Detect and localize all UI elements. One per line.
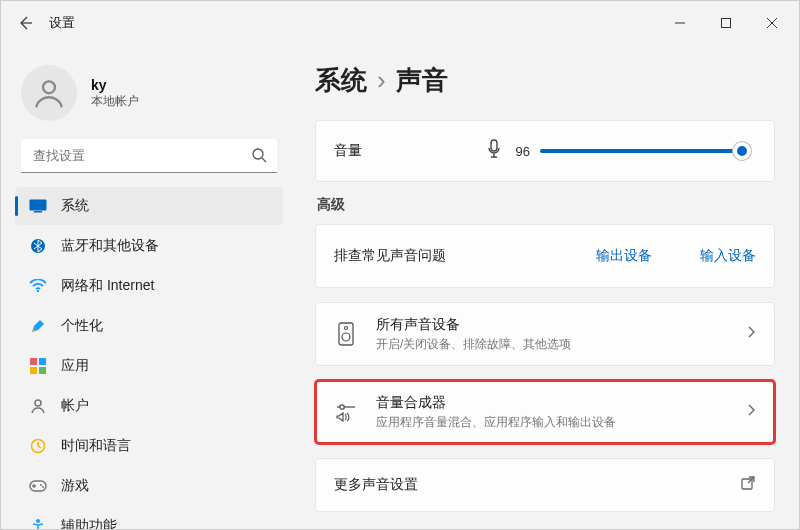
volume-slider[interactable] xyxy=(540,149,750,153)
svg-rect-8 xyxy=(34,211,42,213)
content-area: 系统 › 声音 音量 96 高级 排查常见声音问题 输出设备 输入设备 xyxy=(291,45,799,529)
open-external-icon xyxy=(740,475,756,495)
volume-value: 96 xyxy=(516,144,530,159)
search-container xyxy=(21,139,277,173)
speaker-icon xyxy=(334,322,358,346)
microphone-icon[interactable] xyxy=(486,139,502,163)
sidebar-item-label: 帐户 xyxy=(61,397,89,415)
all-devices-sub: 开启/关闭设备、排除故障、其他选项 xyxy=(376,336,571,353)
system-icon xyxy=(29,197,47,215)
mixer-title: 音量合成器 xyxy=(376,394,616,412)
svg-point-19 xyxy=(42,486,44,488)
slider-thumb[interactable] xyxy=(733,142,751,160)
troubleshoot-label: 排查常见声音问题 xyxy=(334,247,446,265)
sidebar-item-gaming[interactable]: 游戏 xyxy=(15,467,283,505)
sidebar-item-bluetooth[interactable]: 蓝牙和其他设备 xyxy=(15,227,283,265)
avatar xyxy=(21,65,77,121)
maximize-button[interactable] xyxy=(703,7,749,39)
slider-fill xyxy=(540,149,742,153)
svg-point-20 xyxy=(36,519,40,523)
troubleshoot-output-link[interactable]: 输出设备 xyxy=(596,247,652,265)
sidebar-item-system[interactable]: 系统 xyxy=(15,187,283,225)
sidebar-item-accounts[interactable]: 帐户 xyxy=(15,387,283,425)
window-title: 设置 xyxy=(49,14,75,32)
svg-rect-12 xyxy=(39,358,46,365)
breadcrumb-leaf: 声音 xyxy=(396,63,448,98)
svg-rect-11 xyxy=(30,358,37,365)
search-input[interactable] xyxy=(21,139,277,173)
svg-rect-1 xyxy=(722,19,731,28)
chevron-right-icon xyxy=(746,325,756,343)
user-subtitle: 本地帐户 xyxy=(91,93,139,110)
paint-icon xyxy=(29,317,47,335)
gamepad-icon xyxy=(29,477,47,495)
volume-label: 音量 xyxy=(334,142,362,160)
svg-point-5 xyxy=(253,149,263,159)
sidebar-item-label: 个性化 xyxy=(61,317,103,335)
sidebar: ky 本地帐户 系统 蓝牙和其他设备 网络和 Internet 个性 xyxy=(1,45,291,529)
svg-rect-14 xyxy=(39,367,46,374)
svg-point-15 xyxy=(35,400,41,406)
volume-mixer-row[interactable]: 音量合成器 应用程序音量混合、应用程序输入和输出设备 xyxy=(315,380,775,444)
more-title: 更多声音设置 xyxy=(334,476,418,494)
person-icon xyxy=(29,397,47,415)
sidebar-item-label: 游戏 xyxy=(61,477,89,495)
sidebar-item-label: 应用 xyxy=(61,357,89,375)
sidebar-item-network[interactable]: 网络和 Internet xyxy=(15,267,283,305)
apps-icon xyxy=(29,357,47,375)
close-button[interactable] xyxy=(749,7,795,39)
sidebar-item-label: 蓝牙和其他设备 xyxy=(61,237,159,255)
troubleshoot-card: 排查常见声音问题 输出设备 输入设备 xyxy=(315,224,775,288)
volume-card: 音量 96 xyxy=(315,120,775,182)
svg-point-18 xyxy=(40,484,42,486)
section-advanced: 高级 xyxy=(317,196,775,214)
mixer-sub: 应用程序音量混合、应用程序输入和输出设备 xyxy=(376,414,616,431)
search-icon xyxy=(251,147,267,167)
minimize-button[interactable] xyxy=(657,7,703,39)
sidebar-item-accessibility[interactable]: 辅助功能 xyxy=(15,507,283,530)
svg-line-6 xyxy=(262,158,266,162)
nav: 系统 蓝牙和其他设备 网络和 Internet 个性化 应用 帐户 xyxy=(15,187,283,530)
svg-point-24 xyxy=(342,333,350,341)
wifi-icon xyxy=(29,277,47,295)
svg-point-26 xyxy=(340,405,344,409)
sidebar-item-time-language[interactable]: 时间和语言 xyxy=(15,427,283,465)
clock-icon xyxy=(29,437,47,455)
user-name: ky xyxy=(91,77,139,93)
breadcrumb-root[interactable]: 系统 xyxy=(315,63,367,98)
back-button[interactable] xyxy=(5,4,45,42)
bluetooth-icon xyxy=(29,237,47,255)
svg-rect-7 xyxy=(30,200,47,211)
sidebar-item-personalization[interactable]: 个性化 xyxy=(15,307,283,345)
svg-point-10 xyxy=(37,290,39,292)
sidebar-item-label: 网络和 Internet xyxy=(61,277,154,295)
troubleshoot-input-link[interactable]: 输入设备 xyxy=(700,247,756,265)
sidebar-item-label: 时间和语言 xyxy=(61,437,131,455)
svg-rect-13 xyxy=(30,367,37,374)
all-devices-title: 所有声音设备 xyxy=(376,316,571,334)
sidebar-item-apps[interactable]: 应用 xyxy=(15,347,283,385)
more-sound-settings-row[interactable]: 更多声音设置 xyxy=(315,458,775,512)
sidebar-item-label: 辅助功能 xyxy=(61,517,117,530)
breadcrumb-sep: › xyxy=(377,65,386,96)
mixer-icon xyxy=(334,402,358,422)
sidebar-item-label: 系统 xyxy=(61,197,89,215)
chevron-right-icon xyxy=(746,403,756,421)
svg-point-23 xyxy=(345,327,348,330)
breadcrumb: 系统 › 声音 xyxy=(315,63,775,98)
user-account-row[interactable]: ky 本地帐户 xyxy=(15,55,283,139)
accessibility-icon xyxy=(29,517,47,530)
svg-rect-21 xyxy=(491,140,497,151)
svg-point-4 xyxy=(43,81,55,93)
all-devices-row[interactable]: 所有声音设备 开启/关闭设备、排除故障、其他选项 xyxy=(315,302,775,366)
